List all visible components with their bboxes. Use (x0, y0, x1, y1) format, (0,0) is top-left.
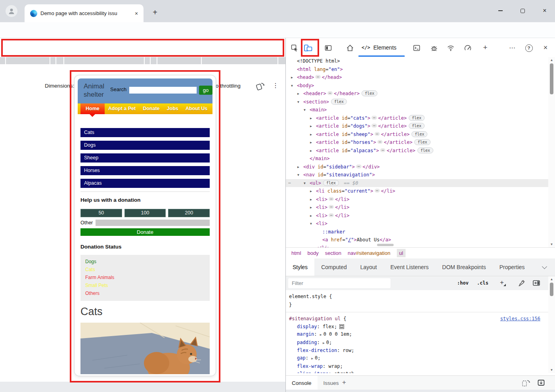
computed-styles-button[interactable] (518, 279, 525, 287)
tree-row[interactable]: ::marker (286, 228, 548, 236)
styles-scrollbar[interactable]: ▲ ▼ (548, 276, 555, 373)
css-selector-line[interactable]: #sitenavigation ul {styles.css:156 (289, 315, 545, 323)
window-minimize-button[interactable] (491, 5, 510, 17)
profile-avatar[interactable] (6, 5, 17, 17)
animal-link-horses[interactable]: Horses (80, 166, 210, 175)
tree-row[interactable]: ▶<div id="sidebar">⋯</div> (286, 163, 548, 171)
network-conditions-button[interactable] (446, 43, 455, 53)
css-property[interactable]: gap: ▶0; (289, 354, 545, 363)
status-link-small-pets[interactable]: Small Pets (85, 281, 205, 289)
other-amount-input[interactable] (96, 220, 210, 226)
expand-arrow-icon[interactable]: ▶ (310, 122, 312, 131)
inline-expand-icon[interactable]: ⋯ (315, 75, 320, 79)
flex-badge[interactable]: flex (417, 147, 433, 153)
site-nav-item-home[interactable]: Home (80, 103, 105, 114)
tree-row[interactable]: ▼<li> (286, 220, 548, 228)
flex-badge[interactable]: flex (409, 115, 425, 121)
css-property[interactable]: flex-wrap: wrap; (289, 363, 545, 370)
tree-row[interactable]: ▶<li>⋯</li> (286, 212, 548, 220)
scroll-down-icon[interactable]: ▼ (548, 243, 555, 246)
tab-layout[interactable]: Layout (354, 258, 384, 276)
expand-arrow-icon[interactable]: ▶ (297, 163, 299, 172)
performance-button[interactable] (463, 43, 473, 53)
amount-button-50[interactable]: 50 (80, 209, 122, 217)
breadcrumb-item-html[interactable]: html (291, 250, 301, 256)
expand-arrow-icon[interactable]: ▶ (311, 357, 313, 360)
console-panel-button[interactable] (412, 43, 421, 53)
tree-row[interactable]: ▶<article id="alpacas">⋯</article>flex (286, 147, 548, 155)
scrollbar-thumb[interactable] (550, 283, 553, 296)
tab-computed[interactable]: Computed (314, 258, 354, 276)
site-nav-item-jobs[interactable]: Jobs (163, 103, 182, 114)
status-link-dogs[interactable]: Dogs (85, 258, 205, 266)
scroll-up-icon[interactable]: ▲ (548, 277, 555, 281)
css-property[interactable]: margin: ▶0 0 0 1em; (289, 331, 545, 339)
search-input[interactable] (129, 87, 197, 94)
css-property[interactable]: display: flex; (289, 323, 545, 331)
amount-button-200[interactable]: 200 (168, 209, 210, 217)
inline-expand-icon[interactable]: ⋯ (329, 197, 334, 201)
animal-link-sheep[interactable]: Sheep (80, 153, 210, 163)
status-link-farm-animals[interactable]: Farm Animals (85, 273, 205, 281)
flex-editor-icon[interactable] (339, 324, 344, 329)
expand-arrow-icon[interactable]: ▶ (310, 147, 312, 155)
inline-expand-icon[interactable]: ⋯ (329, 205, 334, 209)
breadcrumb-item-body[interactable]: body (308, 250, 319, 256)
css-property[interactable]: padding: ▶0; (289, 339, 545, 347)
drawer-rotate-button[interactable] (521, 379, 531, 387)
browser-tab[interactable]: Demo page with accessibility issu × (25, 4, 144, 22)
tab-styles[interactable]: Styles (286, 258, 314, 276)
animal-link-dogs[interactable]: Dogs (80, 141, 210, 150)
tree-row[interactable]: ▶<li>⋯</li> (286, 203, 548, 212)
tab-elements[interactable]: </> Elements (359, 38, 399, 57)
toggle-pseudo-class-button[interactable]: :hov (457, 280, 469, 286)
collapse-arrow-icon[interactable]: ▼ (291, 82, 293, 90)
dock-side-button[interactable] (323, 43, 333, 53)
search-go-button[interactable]: go (199, 86, 212, 95)
expand-arrow-icon[interactable]: ▶ (320, 333, 322, 337)
inline-expand-icon[interactable]: ⋯ (377, 140, 383, 144)
expand-arrow-icon[interactable]: ▶ (310, 115, 312, 123)
tab-properties[interactable]: Properties (493, 258, 532, 276)
inline-expand-icon[interactable]: ⋯ (380, 148, 385, 152)
collapse-arrow-icon[interactable]: ▼ (310, 220, 312, 228)
styles-filter-input[interactable] (288, 278, 390, 288)
add-drawer-tab-button[interactable]: + (342, 379, 346, 386)
inspect-element-button[interactable] (290, 43, 299, 53)
tree-row[interactable]: <!DOCTYPE html> (286, 57, 548, 65)
css-property[interactable]: align-items: stretch; (289, 370, 545, 373)
site-nav-item-donate[interactable]: Donate (139, 103, 163, 114)
expand-arrow-icon[interactable]: ▶ (297, 90, 299, 98)
expand-drawer-button[interactable] (537, 379, 545, 386)
animal-link-cats[interactable]: Cats (80, 128, 210, 137)
status-link-others[interactable]: Others (85, 289, 205, 297)
tree-row[interactable]: ▼<section>flex (286, 98, 548, 106)
tree-row[interactable]: </li> (286, 244, 548, 248)
tree-row[interactable]: ▶<li class="current">⋯</li> (286, 187, 548, 195)
toggle-device-emulation-button[interactable] (303, 43, 313, 53)
flex-badge[interactable]: flex (331, 99, 347, 105)
console-tab-console[interactable]: Console (286, 376, 318, 390)
css-property[interactable]: flex-direction: row; (289, 347, 545, 354)
scroll-up-icon[interactable]: ▲ (548, 58, 555, 62)
inline-expand-icon[interactable]: ⋯ (375, 132, 380, 136)
expand-arrow-icon[interactable]: ▶ (310, 139, 312, 147)
scroll-down-icon[interactable]: ▼ (548, 368, 555, 372)
new-style-rule-button[interactable]: + (500, 279, 504, 287)
expand-arrow-icon[interactable]: ▶ (310, 212, 312, 220)
tree-row[interactable]: ▶<article id="cats">⋯</article>flex (286, 114, 548, 122)
collapse-arrow-icon[interactable]: ▼ (304, 106, 306, 115)
toggle-element-class-button[interactable]: .cls (477, 280, 488, 286)
devtools-home-button[interactable] (345, 43, 355, 53)
collapse-arrow-icon[interactable]: ▼ (297, 171, 299, 180)
window-maximize-button[interactable] (513, 5, 532, 17)
tab-close-icon[interactable]: × (132, 10, 140, 17)
inline-expand-icon[interactable]: ⋯ (375, 189, 380, 193)
collapse-arrow-icon[interactable]: ▼ (304, 180, 306, 188)
device-toolbar-menu[interactable]: ⋮ (272, 82, 279, 89)
expand-arrow-icon[interactable]: ▶ (323, 341, 325, 345)
animal-link-alpacas[interactable]: Alpacas (80, 179, 210, 188)
status-link-cats[interactable]: Cats (85, 266, 205, 273)
open-sidebar-panel-button[interactable] (532, 279, 540, 287)
tree-row[interactable]: ▶<head>⋯</head> (286, 73, 548, 82)
